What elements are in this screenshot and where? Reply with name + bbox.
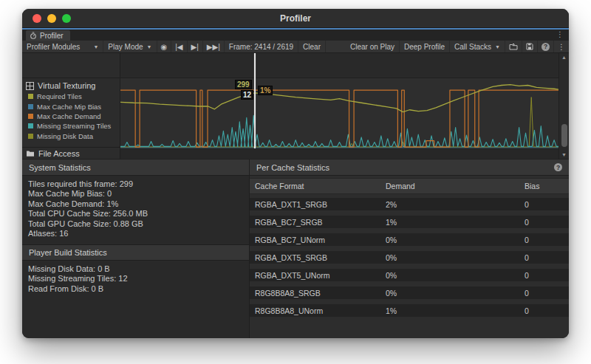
stat-line: Missing Streaming Tiles: 12: [28, 274, 243, 284]
table-row: RGBA_BC7_SRGB 1% 0: [250, 216, 569, 228]
frame-counter: Frame: 2414 / 2619: [225, 41, 298, 52]
marker-badge-max-cache-demand: 1%: [258, 86, 273, 95]
legend-item[interactable]: Missing Disk Data: [22, 131, 120, 141]
legend-item[interactable]: Missing Streaming Tiles: [22, 121, 120, 131]
record-button[interactable]: ◉: [157, 41, 172, 52]
details-area: System Statistics Tiles required this fr…: [22, 159, 569, 338]
table-row: RGBA_DXT1_SRGB 2% 0: [250, 198, 569, 210]
window-title: Profiler: [280, 13, 311, 24]
tab-menu-kebab-icon[interactable]: ⋮: [556, 30, 564, 40]
table-row: RGBA_DXT5_UNorm 0% 0: [250, 269, 569, 281]
stat-line: Missing Disk Data: 0 B: [28, 264, 243, 274]
deep-profile-toggle[interactable]: Deep Profile: [400, 41, 450, 52]
load-profile-button[interactable]: [505, 41, 522, 52]
profiler-modules-dropdown[interactable]: Profiler Modules ▼: [22, 41, 103, 52]
legend-color-swatch: [28, 134, 33, 139]
save-floppy-icon: [526, 43, 533, 50]
table-row: R8G8B8A8_SRGB 0% 0: [250, 286, 569, 299]
scroll-up-arrow-icon[interactable]: ▲: [559, 55, 569, 60]
file-access-chart[interactable]: [120, 148, 558, 158]
play-mode-dropdown[interactable]: Play Mode ▼: [103, 41, 157, 52]
legend-color-swatch: [28, 94, 33, 99]
toolbar-menu-button[interactable]: ⋮: [554, 41, 569, 52]
table-row: RGBA_DXT5_SRGB 0% 0: [250, 251, 569, 264]
legend-label: Max Cache Demand: [37, 112, 101, 120]
kebab-menu-icon: ⋮: [558, 43, 565, 51]
vertical-scrollbar[interactable]: ▲ ▼: [558, 53, 569, 159]
cell-demand: 0%: [386, 253, 397, 262]
minimize-window-button[interactable]: [47, 14, 56, 23]
clear-on-play-toggle[interactable]: Clear on Play: [346, 41, 400, 52]
virtual-texturing-chart[interactable]: [120, 78, 558, 148]
chevron-down-icon: ▼: [495, 44, 500, 49]
cell-demand: 0%: [386, 289, 397, 298]
cell-demand: 0%: [386, 236, 397, 244]
help-icon[interactable]: ?: [554, 163, 562, 171]
last-frame-icon: ▶▶|: [207, 43, 220, 51]
call-stacks-dropdown[interactable]: Call Stacks ▼: [450, 41, 505, 52]
cell-bias: 0: [525, 218, 529, 227]
previous-frame-icon: |◀: [175, 43, 182, 51]
toolbar-gap: [326, 41, 346, 52]
clear-button[interactable]: Clear: [298, 41, 326, 52]
previous-module-strip: [22, 53, 120, 78]
column-header-demand[interactable]: Demand: [386, 182, 415, 190]
cell-cache-format: RGBA_BC7_SRGB: [255, 218, 323, 227]
scroll-down-arrow-icon[interactable]: ▼: [559, 152, 569, 157]
record-icon: ◉: [161, 43, 168, 51]
chart-column: [120, 53, 558, 159]
legend-label: Required Tiles: [37, 92, 82, 100]
current-frame-button[interactable]: ▶▶|: [203, 41, 225, 52]
close-window-button[interactable]: [33, 14, 41, 23]
load-folder-icon: [509, 43, 518, 50]
module-header-file-access[interactable]: File Access: [22, 147, 120, 159]
system-statistics-header: System Statistics: [22, 159, 249, 176]
column-header-bias[interactable]: Bias: [525, 182, 539, 190]
cell-demand: 2%: [386, 200, 397, 209]
stat-line: Tiles required this frame: 299: [28, 179, 243, 189]
cache-table-body: RGBA_DXT1_SRGB 2% 0 RGBA_BC7_SRGB 1% 0 R…: [250, 194, 569, 322]
cell-bias: 0: [525, 200, 529, 209]
save-profile-button[interactable]: [522, 41, 538, 52]
legend-item[interactable]: Max Cache Demand: [22, 111, 120, 121]
file-access-folder-icon: [26, 150, 35, 157]
cell-cache-format: RGBA_BC7_UNorm: [255, 236, 325, 244]
profiler-stopwatch-icon: [30, 32, 37, 39]
cache-table-header: Cache Format Demand Bias: [250, 178, 569, 194]
selected-frame-marker[interactable]: [254, 53, 256, 148]
column-header-cache-format[interactable]: Cache Format: [255, 182, 304, 190]
module-header-virtual-texturing[interactable]: Virtual Texturing: [22, 78, 120, 92]
module-title: File Access: [38, 149, 80, 158]
virtual-texturing-legend: Required Tiles Max Cache Mip Bias Max Ca…: [22, 92, 120, 141]
tab-profiler[interactable]: Profiler: [26, 30, 70, 41]
cell-bias: 0: [525, 253, 529, 262]
profiler-toolbar: Profiler Modules ▼ Play Mode ▼ ◉ |◀ ▶| ▶…: [22, 41, 569, 53]
player-build-statistics-body: Missing Disk Data: 0 BMissing Streaming …: [22, 261, 249, 298]
cell-cache-format: RGBA_DXT5_SRGB: [255, 253, 327, 262]
system-statistics-body: Tiles required this frame: 299Max Cache …: [22, 176, 249, 244]
zoom-window-button[interactable]: [62, 14, 71, 23]
legend-item[interactable]: Max Cache Mip Bias: [22, 101, 120, 111]
traffic-lights: [33, 14, 71, 23]
cell-demand: 0%: [386, 271, 397, 280]
legend-item[interactable]: Required Tiles: [22, 92, 120, 101]
cell-cache-format: RGBA_DXT1_SRGB: [255, 200, 327, 209]
cell-cache-format: R8G8B8A8_SRGB: [255, 289, 321, 298]
stat-line: Read From Disk: 0 B: [28, 284, 243, 294]
cell-bias: 0: [525, 306, 529, 315]
help-button[interactable]: ?: [538, 41, 554, 52]
left-statistics-panel: System Statistics Tiles required this fr…: [22, 159, 250, 338]
cell-bias: 0: [525, 236, 529, 244]
scrollbar-thumb[interactable]: [561, 124, 567, 147]
per-cache-statistics-panel: Per Cache Statistics ? Cache Format Dema…: [250, 159, 569, 338]
next-frame-button[interactable]: ▶|: [188, 41, 203, 52]
previous-module-chart[interactable]: [120, 53, 558, 78]
legend-color-swatch: [28, 123, 33, 128]
legend-color-swatch: [28, 104, 33, 109]
cell-demand: 1%: [386, 218, 397, 227]
previous-frame-button[interactable]: |◀: [171, 41, 187, 52]
help-icon: ?: [542, 43, 550, 51]
cell-cache-format: RGBA_DXT5_UNorm: [255, 271, 330, 280]
marker-badge-required-tiles: 299: [235, 80, 252, 89]
marker-badge-missing-streaming-tiles: 12: [241, 90, 253, 100]
